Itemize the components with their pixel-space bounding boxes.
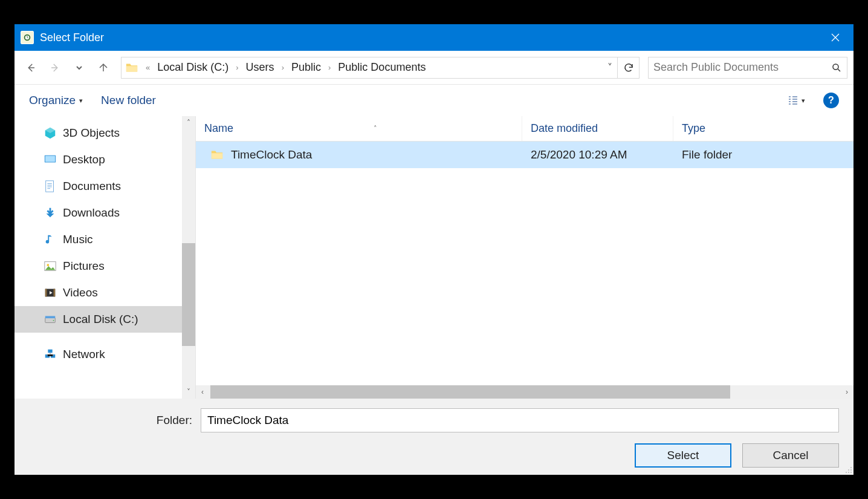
tree-item-3d-objects[interactable]: 3D Objects bbox=[15, 120, 182, 146]
tree-item-label: Documents bbox=[63, 180, 121, 193]
folder-name-input[interactable] bbox=[201, 408, 839, 432]
tree-item-pictures[interactable]: Pictures bbox=[15, 253, 182, 279]
refresh-button[interactable] bbox=[617, 57, 639, 78]
scroll-right-icon[interactable]: › bbox=[840, 388, 853, 396]
search-icon bbox=[831, 62, 842, 73]
sort-asc-icon: ˄ bbox=[374, 125, 377, 132]
tree-item-label: Pictures bbox=[63, 259, 105, 273]
organize-label: Organize bbox=[29, 94, 76, 107]
tree-item-label: Music bbox=[63, 233, 93, 246]
scroll-left-icon[interactable]: ‹ bbox=[196, 388, 209, 396]
scroll-thumb[interactable] bbox=[210, 385, 730, 399]
file-date: 2/5/2020 10:29 AM bbox=[531, 148, 627, 161]
svg-rect-5 bbox=[46, 181, 54, 192]
close-button[interactable] bbox=[817, 24, 853, 51]
breadcrumb-item[interactable]: Public bbox=[289, 60, 323, 75]
network-icon bbox=[44, 348, 57, 361]
recent-locations-button[interactable] bbox=[69, 57, 89, 78]
tree-item-label: Local Disk (C:) bbox=[63, 313, 138, 326]
help-button[interactable]: ? bbox=[823, 93, 839, 108]
column-type-label: Type bbox=[682, 122, 705, 135]
folder-icon bbox=[210, 148, 224, 161]
view-options-button[interactable]: ▾ bbox=[787, 94, 805, 106]
chevron-right-icon: › bbox=[277, 63, 289, 72]
organize-menu[interactable]: Organize ▾ bbox=[29, 94, 83, 107]
chevron-down-icon: ▾ bbox=[802, 97, 805, 105]
breadcrumb-item[interactable]: Users bbox=[244, 60, 277, 75]
chevron-down-icon: ▾ bbox=[79, 97, 83, 105]
new-folder-label: New folder bbox=[101, 94, 156, 107]
resize-grip[interactable] bbox=[844, 465, 852, 474]
breadcrumb-bar[interactable]: « Local Disk (C:) › Users › Public › Pub… bbox=[121, 57, 640, 79]
file-type: File folder bbox=[682, 148, 732, 161]
column-date-label: Date modified bbox=[531, 122, 598, 135]
forward-button[interactable] bbox=[45, 57, 65, 78]
svg-rect-4 bbox=[45, 156, 56, 162]
tree-scrollbar[interactable]: ˄ ˅ bbox=[182, 116, 195, 399]
column-date[interactable]: Date modified bbox=[522, 116, 673, 141]
tree-item-music[interactable]: Music bbox=[15, 226, 182, 253]
tree-item-videos[interactable]: Videos bbox=[15, 279, 182, 306]
tree-item-network[interactable]: Network bbox=[15, 341, 182, 368]
app-icon bbox=[21, 31, 34, 44]
tree-item-downloads[interactable]: Downloads bbox=[15, 200, 182, 226]
scroll-down-icon[interactable]: ˅ bbox=[187, 388, 190, 396]
desktop-icon bbox=[44, 153, 57, 166]
folder-label: Folder: bbox=[29, 414, 192, 427]
svg-point-7 bbox=[47, 264, 50, 266]
close-icon bbox=[831, 33, 840, 42]
breadcrumb-dropdown[interactable]: ˅ bbox=[603, 62, 617, 73]
tree-item-documents[interactable]: Documents bbox=[15, 173, 182, 200]
folder-name-row: Folder: bbox=[29, 408, 839, 432]
back-button[interactable] bbox=[21, 57, 41, 78]
file-list: Name ˄ Date modified Type TimeClock Data… bbox=[196, 116, 853, 399]
download-icon bbox=[44, 206, 57, 220]
column-type[interactable]: Type bbox=[673, 116, 853, 141]
cancel-button[interactable]: Cancel bbox=[742, 443, 839, 468]
scroll-up-icon[interactable]: ˄ bbox=[187, 119, 190, 127]
search-box[interactable] bbox=[648, 57, 847, 79]
column-name-label: Name bbox=[204, 122, 233, 135]
tree-item-desktop[interactable]: Desktop bbox=[15, 146, 182, 173]
svg-point-2 bbox=[833, 64, 838, 70]
list-horizontal-scrollbar[interactable]: ‹ › bbox=[196, 385, 853, 399]
tree-item-label: Downloads bbox=[63, 206, 120, 220]
refresh-icon bbox=[623, 62, 634, 73]
picture-icon bbox=[44, 259, 57, 273]
scroll-thumb[interactable] bbox=[182, 243, 195, 346]
music-icon bbox=[44, 233, 57, 246]
tree-item-label: Network bbox=[63, 348, 105, 361]
title-bar: Select Folder bbox=[15, 24, 853, 51]
dialog-title: Select Folder bbox=[40, 31, 104, 44]
dialog-footer: Folder: Select Cancel bbox=[15, 399, 853, 475]
chevron-right-icon: › bbox=[231, 63, 243, 72]
tree-item-local-disk-c-[interactable]: Local Disk (C:) bbox=[15, 306, 182, 333]
arrow-left-icon bbox=[25, 62, 36, 73]
breadcrumb-item[interactable]: Local Disk (C:) bbox=[155, 60, 231, 75]
main-area: 3D ObjectsDesktopDocumentsDownloadsMusic… bbox=[15, 116, 853, 399]
new-folder-button[interactable]: New folder bbox=[101, 94, 156, 107]
arrow-up-icon bbox=[98, 62, 109, 73]
svg-rect-9 bbox=[45, 289, 47, 297]
search-input[interactable] bbox=[653, 61, 831, 74]
navigation-bar: « Local Disk (C:) › Users › Public › Pub… bbox=[15, 51, 853, 85]
toolbar: Organize ▾ New folder ▾ ? bbox=[15, 85, 853, 116]
file-row[interactable]: TimeClock Data 2/5/2020 10:29 AM File fo… bbox=[196, 142, 853, 168]
column-headers: Name ˄ Date modified Type bbox=[196, 116, 853, 142]
chevron-down-icon bbox=[76, 64, 83, 71]
file-name: TimeClock Data bbox=[231, 148, 312, 161]
cube-icon bbox=[44, 126, 57, 140]
select-button[interactable]: Select bbox=[635, 443, 731, 468]
svg-rect-12 bbox=[45, 316, 56, 319]
up-button[interactable] bbox=[93, 57, 114, 78]
video-icon bbox=[44, 286, 57, 299]
tree-item-label: 3D Objects bbox=[63, 126, 120, 140]
doc-icon bbox=[44, 180, 57, 193]
breadcrumb-item[interactable]: Public Documents bbox=[335, 60, 428, 75]
arrow-right-icon bbox=[50, 62, 60, 73]
view-icon bbox=[787, 94, 799, 106]
chevron-right-icon: › bbox=[323, 63, 335, 72]
navigation-tree: 3D ObjectsDesktopDocumentsDownloadsMusic… bbox=[15, 116, 196, 399]
svg-point-13 bbox=[53, 320, 54, 321]
column-name[interactable]: Name ˄ bbox=[196, 116, 522, 141]
